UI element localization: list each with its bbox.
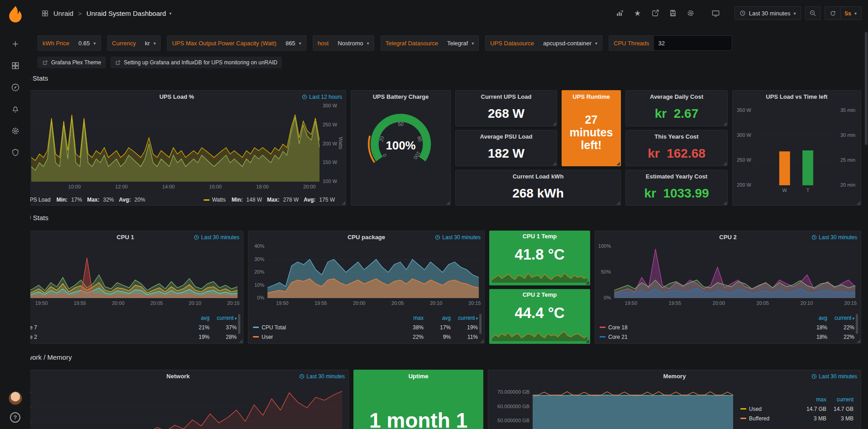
share-icon[interactable] [649, 6, 662, 20]
create-icon[interactable] [5, 34, 26, 54]
panel-title[interactable]: CPU 1 [117, 234, 134, 241]
panel-resize-handle[interactable] [586, 339, 589, 343]
panel-cpu-package: CPU packageLast 30 minutes0%10%20%30%40%… [248, 231, 485, 344]
save-icon[interactable] [666, 6, 680, 20]
panel-title[interactable]: Uptime [408, 373, 428, 380]
legend-item[interactable]: WattsMin:148 WMax:278 WAvg:175 W [204, 197, 335, 203]
breadcrumb-folder[interactable]: Unraid [53, 10, 73, 17]
legend-sort-max[interactable]: max [396, 315, 424, 321]
panel-title[interactable]: CPU 2 [719, 234, 736, 241]
panel-title[interactable]: UPS Battery Charge [373, 93, 429, 100]
legend-item[interactable]: UPS LoadMin:17%Max:32%Avg:20% [18, 197, 145, 203]
variable-cpu-threads: CPU Threads [609, 35, 732, 51]
y-axis-tick: 300 W [733, 132, 751, 138]
panel-resize-handle[interactable] [480, 339, 484, 343]
panel-title[interactable]: UPS Load vs Time left [766, 93, 827, 100]
legend-series-toggle[interactable]: User [253, 334, 396, 340]
legend-scrollbar[interactable] [238, 314, 240, 334]
time-range-label: Last 30 minutes [442, 234, 481, 241]
legend-scrollbar[interactable] [856, 314, 858, 334]
variable-value-dropdown[interactable]: Nostromo▾ [333, 36, 373, 50]
legend-series-toggle[interactable]: Buffered [740, 415, 799, 422]
panel-resize-handle[interactable] [342, 201, 345, 205]
panel-resize-handle[interactable] [723, 122, 727, 125]
legend-series-toggle[interactable]: Used [740, 406, 799, 412]
panel-resize-handle[interactable] [723, 201, 727, 205]
zoom-out-button[interactable] [805, 6, 820, 20]
explore-icon[interactable] [5, 77, 26, 98]
panel-network: NetworkLast 30 minutes2.0 MBs4.0 MBs6.0 … [7, 370, 349, 429]
grafana-logo[interactable] [6, 5, 24, 24]
dashboard-link[interactable]: Grafana Plex Theme [38, 57, 106, 68]
alerting-icon[interactable] [5, 99, 26, 120]
dashboard-link[interactable]: Setting up Grafana and InfluxDB for UPS … [110, 57, 282, 68]
row-header-ups-stats[interactable]: UPS Stats [7, 72, 861, 83]
panel-title[interactable]: Current Load kWh [513, 173, 564, 180]
dashboard-title[interactable]: Unraid System Dashboard ▾ [86, 10, 172, 17]
user-avatar[interactable] [9, 391, 22, 405]
dashboards-icon[interactable] [5, 55, 26, 76]
star-icon[interactable]: ★ [631, 6, 644, 20]
legend-scrollbar[interactable] [479, 314, 482, 334]
panel-resize-handle[interactable] [553, 162, 556, 165]
panel-title[interactable]: Network [167, 373, 190, 380]
legend-series-toggle[interactable]: Core 18 [600, 324, 800, 331]
server-admin-icon[interactable] [5, 142, 26, 163]
panel-title[interactable]: Average PSU Load [480, 133, 533, 140]
variable-value-dropdown[interactable]: apcupsd-container▾ [539, 36, 602, 50]
panel-time-range: Last 30 minutes [194, 234, 239, 241]
add-panel-icon[interactable] [613, 6, 627, 20]
legend-sort-current[interactable]: current▾ [451, 315, 478, 321]
legend-sort-avg[interactable]: avg [182, 315, 210, 321]
clock-icon [302, 94, 307, 100]
legend-series-toggle[interactable]: Core 7 [12, 324, 182, 331]
tv-mode-icon[interactable] [709, 6, 723, 20]
panel-resize-handle[interactable] [857, 339, 860, 343]
y-axis-tick: 100 W [323, 178, 337, 184]
refresh-picker[interactable]: 5s ▾ [825, 6, 862, 20]
legend-sort-avg[interactable]: avg [424, 315, 451, 321]
panel-title[interactable]: CPU 1 Temp [523, 233, 557, 240]
legend-sort-max[interactable]: max [799, 396, 826, 403]
configuration-icon[interactable] [5, 121, 26, 141]
panel-resize-handle[interactable] [446, 201, 450, 205]
page-scrollbar[interactable] [864, 0, 868, 429]
row-header-network-memory[interactable]: Network / Memory [7, 352, 861, 362]
panel-memory: MemoryLast 30 minutes50.000000 GB60.0000… [488, 370, 861, 429]
panel-title[interactable]: UPS Runtime [572, 93, 610, 100]
legend-sort-current[interactable]: current [826, 396, 854, 403]
legend-sort-avg[interactable]: avg [800, 315, 827, 321]
legend-sort-current[interactable]: current▾ [210, 315, 237, 321]
legend-series-toggle[interactable]: Core 2 [12, 334, 182, 340]
panel-resize-handle[interactable] [616, 162, 620, 165]
help-icon[interactable]: ? [10, 412, 20, 423]
legend-sort-current[interactable]: current▾ [827, 315, 854, 321]
legend-series-toggle[interactable]: CPU Total [253, 324, 396, 331]
panel-resize-handle[interactable] [857, 201, 860, 205]
panel-title[interactable]: UPS Load % [159, 93, 194, 100]
panel-resize-handle[interactable] [616, 201, 620, 205]
dashboard-settings-icon[interactable] [684, 6, 697, 20]
panel-title[interactable]: CPU package [348, 234, 385, 241]
panel-resize-handle[interactable] [239, 339, 243, 343]
scrollbar-thumb[interactable] [865, 32, 868, 145]
panel-resize-handle[interactable] [553, 122, 556, 125]
dashboard-grid-icon[interactable] [41, 10, 49, 17]
panel-title[interactable]: Memory [663, 373, 686, 380]
panel-title[interactable]: CPU 2 Temp [523, 291, 557, 298]
legend-series-toggle[interactable]: Core 21 [600, 334, 800, 340]
variable-value-dropdown[interactable]: kr▾ [140, 36, 160, 50]
time-picker[interactable]: Last 30 minutes ▾ [734, 6, 801, 20]
panel-title[interactable]: Current UPS Load [481, 93, 532, 100]
variable-value-dropdown[interactable]: 0.65▾ [74, 36, 100, 50]
panel-title[interactable]: Average Daily Cost [650, 93, 703, 100]
panel-title[interactable]: This Years Cost [654, 133, 698, 140]
panel-resize-handle[interactable] [586, 281, 589, 284]
panel-title[interactable]: Estimated Yearly Cost [646, 173, 707, 180]
row-header-cpu-stats[interactable]: CPU Stats [7, 212, 861, 223]
x-axis-tick: W [782, 188, 787, 193]
panel-resize-handle[interactable] [723, 162, 727, 165]
variable-input[interactable] [654, 36, 732, 50]
variable-value-dropdown[interactable]: 865▾ [281, 36, 306, 50]
variable-value-dropdown[interactable]: Telegraf▾ [443, 36, 478, 50]
